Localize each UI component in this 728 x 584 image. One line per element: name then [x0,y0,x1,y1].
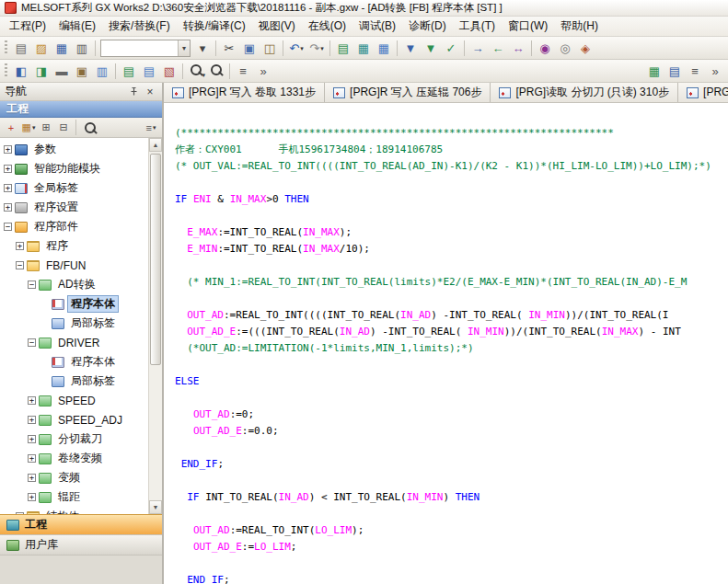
tree-scrollbar[interactable]: ▲ ▼ [148,138,162,514]
options-icon[interactable]: ≡ [685,62,705,80]
device-memory-icon[interactable]: ▦ [353,39,374,57]
new-project-icon[interactable]: ▤ [11,39,31,57]
user-library-icon[interactable]: ▦ [644,62,664,80]
tree-expander[interactable]: + [28,435,36,443]
verify-with-plc-icon[interactable]: ↔ [508,39,528,57]
close-icon[interactable]: × [143,85,157,98]
scroll-up-icon[interactable]: ▲ [149,138,162,152]
monitor-start-icon[interactable]: ◉ [535,39,555,57]
collapse-all-icon[interactable]: ⊟ [55,120,72,135]
tree-expander[interactable]: − [16,261,24,269]
device-comment-icon[interactable]: ▤ [333,39,353,57]
toolbar-overflow-icon[interactable]: » [705,62,725,80]
tree-item-structured-data[interactable]: +结构体 [0,507,148,514]
nav-button-user-library[interactable]: 用户库 [0,534,162,555]
tree-item-inverter[interactable]: +变频 [0,468,148,487]
tree-expander[interactable]: + [16,242,24,250]
menu-item-9[interactable]: 窗口(W) [502,16,554,37]
redo-icon[interactable]: ↷▾ [306,39,327,57]
tree-item-ad-convert[interactable]: −AD转换 [0,275,148,294]
tree-expander[interactable]: + [4,165,12,173]
paste-icon[interactable]: ◫ [260,39,280,57]
menu-item-8[interactable]: 工具(T) [453,16,502,37]
tree-item-parameter[interactable]: +参数 [0,140,148,159]
tree-expander[interactable]: + [4,203,12,212]
comment-display-icon[interactable]: ▤ [119,62,139,80]
convert-icon[interactable]: ▼ [400,39,421,57]
display-mode-icon[interactable]: ▦▾ [20,120,37,135]
tree-item-fb-fun[interactable]: −FB/FUN [0,256,148,275]
nav-options-icon[interactable]: ≡▾ [143,120,159,135]
tree-expander[interactable]: + [4,184,12,192]
tree-expander[interactable]: − [4,223,12,231]
print-icon[interactable]: ▥ [72,39,92,57]
menu-item-1[interactable]: 编辑(E) [52,16,102,37]
zoom-icon[interactable]: ▾ [186,62,206,80]
menu-item-0[interactable]: 工程(P) [3,16,52,37]
document-tab-4[interactable]: [PRG]R 写 [678,83,728,102]
menu-item-10[interactable]: 帮助(H) [554,16,605,37]
menu-item-3[interactable]: 转换/编译(C) [177,16,252,37]
program-check-icon[interactable]: ✓ [441,39,461,57]
tree-item-driver-local-label[interactable]: 局部标签 [0,372,148,391]
watch-window-icon[interactable]: ▥ [92,62,112,80]
sample-library-icon[interactable]: ▤ [664,62,685,80]
scroll-thumb[interactable] [150,154,161,365]
navigation-window-icon[interactable]: ◧ [11,62,31,80]
copy-icon[interactable]: ▣ [239,39,260,57]
tree-item-ad-convert-local-label[interactable]: 局部标签 [0,314,148,333]
tree-expander[interactable]: + [28,416,36,424]
tree-item-pou[interactable]: −程序部件 [0,217,148,236]
search-data-icon[interactable] [80,120,97,135]
scroll-down-icon[interactable]: ▼ [149,500,162,514]
tree-item-ad-convert-body[interactable]: 程序本体 [0,294,148,314]
pushpin-icon[interactable] [126,85,141,98]
open-project-icon[interactable]: ▨ [31,39,52,57]
tree-expander[interactable]: + [28,454,36,463]
document-tab-1[interactable]: [PRG]R 写入 卷取 1331步 [164,83,325,102]
tree-expander[interactable]: + [28,493,36,501]
tree-item-intelligent-module[interactable]: +智能功能模块 [0,159,148,178]
data-new-icon[interactable]: + [3,120,19,135]
menu-item-7[interactable]: 诊断(D) [402,16,453,37]
expand-all-icon[interactable]: ⊞ [38,120,54,135]
tree-expander[interactable]: + [4,145,12,154]
output-window-icon[interactable]: ▬ [52,62,72,80]
tree-expander[interactable]: − [28,281,36,289]
menu-item-6[interactable]: 调试(B) [352,16,402,37]
menu-item-2[interactable]: 搜索/替换(F) [102,16,177,37]
tree-item-driver[interactable]: −DRIVER [0,333,148,352]
st-edit-icon[interactable]: ≡ [233,62,253,80]
cross-reference-icon[interactable]: ▣ [72,62,92,80]
note-display-icon[interactable]: ▧ [159,62,179,80]
tree-item-driver-body[interactable]: 程序本体 [0,352,148,372]
save-project-icon[interactable]: ▦ [52,39,72,57]
statement-display-icon[interactable]: ▤ [139,62,159,80]
tree-item-global-label[interactable]: +全局标签 [0,178,148,198]
st-code-editor[interactable]: (***************************************… [164,103,728,584]
document-tab-2[interactable]: [PRG]R 写入 压延辊 706步 [325,83,491,102]
menu-item-5[interactable]: 在线(O) [302,16,352,37]
scroll-track[interactable] [149,152,162,500]
monitor-stop-icon[interactable]: ◎ [555,39,575,57]
tree-item-winding-inverter[interactable]: +卷绕变频 [0,449,148,468]
tree-item-program[interactable]: +程序 [0,236,148,256]
undo-icon[interactable]: ↶▾ [286,39,306,57]
combo-menu-icon[interactable]: ▾ [192,39,213,57]
tree-item-speed-adj[interactable]: +SPEED_ADJ [0,410,148,429]
read-from-plc-icon[interactable]: ← [488,39,508,57]
tree-item-speed[interactable]: +SPEED [0,391,148,410]
window-operation-combo[interactable]: ▾ [100,40,191,57]
tree-expander[interactable]: + [28,396,36,405]
element-selection-window-icon[interactable]: ◨ [31,62,52,80]
write-to-plc-icon[interactable]: → [468,39,488,57]
document-tab-3[interactable]: [PRG]读取 分切刀 (只读) 310步 [491,83,678,102]
tree-expander[interactable]: + [28,474,36,482]
find-replace-icon[interactable] [206,62,226,80]
device-test-icon[interactable]: ◈ [575,39,595,57]
tree-expander[interactable]: − [28,338,36,347]
convert-compile-all-icon[interactable]: ▼ [421,39,441,57]
tree-item-slitting-cutter[interactable]: +分切裁刀 [0,429,148,449]
menu-item-4[interactable]: 视图(V) [252,16,302,37]
parameter-setting-icon[interactable]: ▦ [374,39,394,57]
